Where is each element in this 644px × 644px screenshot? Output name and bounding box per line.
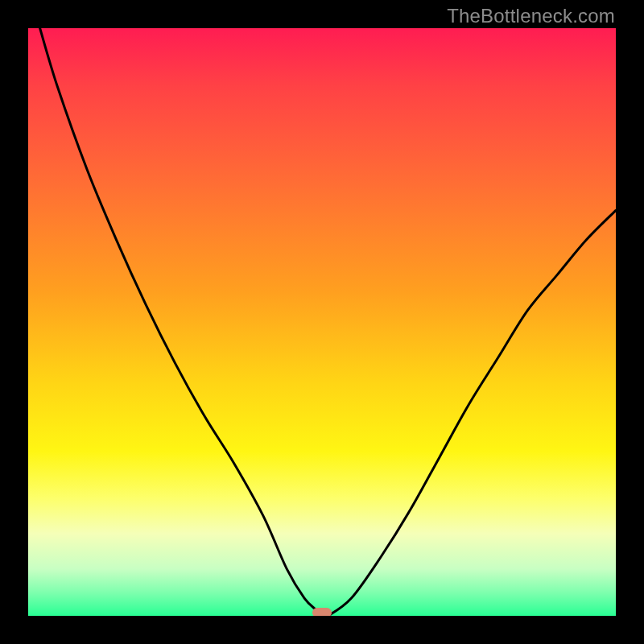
bottleneck-curve bbox=[40, 28, 616, 616]
chart-frame: TheBottleneck.com bbox=[0, 0, 644, 644]
curve-layer bbox=[28, 28, 616, 616]
plot-area bbox=[28, 28, 616, 616]
trough-marker bbox=[312, 608, 332, 616]
watermark-text: TheBottleneck.com bbox=[447, 5, 615, 27]
